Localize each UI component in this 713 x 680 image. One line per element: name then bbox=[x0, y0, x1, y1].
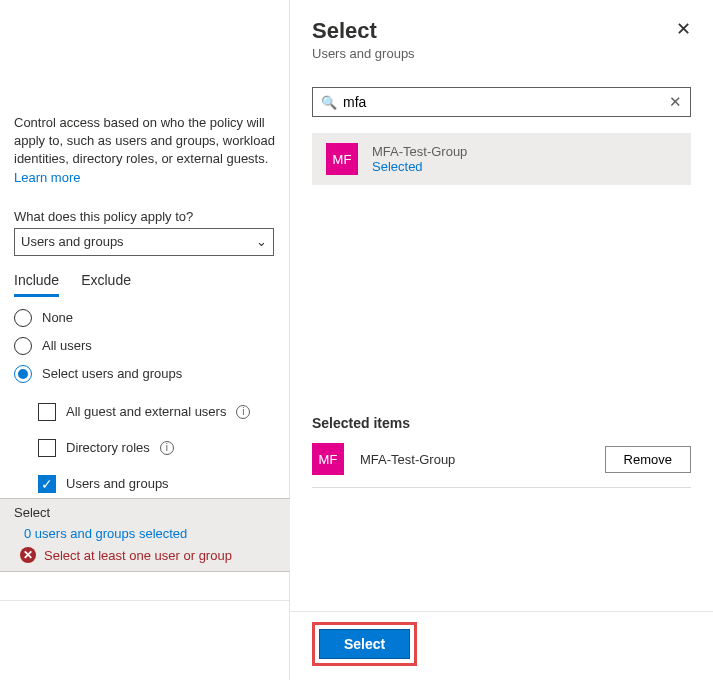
learn-more-link[interactable]: Learn more bbox=[14, 170, 80, 185]
selected-item-row: MF MFA-Test-Group Remove bbox=[312, 443, 691, 488]
panel-title: Select bbox=[312, 18, 415, 44]
remove-button[interactable]: Remove bbox=[605, 446, 691, 473]
panel-subtitle: Users and groups bbox=[312, 46, 415, 61]
select-panel: Select Users and groups ✕ 🔍 ✕ MF MFA-Tes… bbox=[290, 0, 713, 680]
selection-error: ✕ Select at least one user or group bbox=[20, 547, 276, 563]
search-input[interactable] bbox=[343, 94, 669, 110]
close-icon[interactable]: ✕ bbox=[676, 18, 691, 40]
radio-none[interactable]: None bbox=[14, 309, 275, 327]
selected-item-name: MFA-Test-Group bbox=[360, 452, 455, 467]
avatar: MF bbox=[326, 143, 358, 175]
selected-count-link[interactable]: 0 users and groups selected bbox=[24, 526, 276, 541]
intro-text: Control access based on who the policy w… bbox=[14, 114, 275, 187]
tab-include[interactable]: Include bbox=[14, 268, 59, 297]
radio-select-users-and-groups[interactable]: Select users and groups bbox=[14, 365, 275, 383]
panel-footer: Select bbox=[290, 611, 713, 680]
result-name: MFA-Test-Group bbox=[372, 144, 467, 159]
scope-question: What does this policy apply to? bbox=[14, 209, 275, 224]
selected-items-heading: Selected items bbox=[312, 415, 691, 431]
subselect-checks: ✓ All guest and external users i ✓ Direc… bbox=[14, 403, 275, 493]
radio-all-users[interactable]: All users bbox=[14, 337, 275, 355]
scope-dropdown-value: Users and groups bbox=[21, 234, 124, 249]
check-users-and-groups[interactable]: ✓ Users and groups bbox=[38, 475, 275, 493]
check-guest-external[interactable]: ✓ All guest and external users i bbox=[38, 403, 275, 421]
error-icon: ✕ bbox=[20, 547, 36, 563]
check-directory-roles[interactable]: ✓ Directory roles i bbox=[38, 439, 275, 457]
select-strip-title: Select bbox=[14, 505, 276, 520]
info-icon[interactable]: i bbox=[160, 441, 174, 455]
clear-search-icon[interactable]: ✕ bbox=[669, 93, 682, 111]
select-button[interactable]: Select bbox=[319, 629, 410, 659]
include-radio-group: None All users Select users and groups bbox=[14, 309, 275, 383]
chevron-down-icon: ⌄ bbox=[256, 234, 267, 249]
selected-items-section: Selected items MF MFA-Test-Group Remove bbox=[312, 415, 691, 488]
tab-exclude[interactable]: Exclude bbox=[81, 268, 131, 297]
include-exclude-tabs: Include Exclude bbox=[14, 268, 275, 297]
assignments-pane: Control access based on who the policy w… bbox=[0, 0, 290, 680]
search-input-wrap[interactable]: 🔍 ✕ bbox=[312, 87, 691, 117]
highlight-box: Select bbox=[312, 622, 417, 666]
search-icon: 🔍 bbox=[321, 95, 337, 110]
avatar: MF bbox=[312, 443, 344, 475]
select-summary-strip: Select 0 users and groups selected ✕ Sel… bbox=[0, 498, 290, 572]
info-icon[interactable]: i bbox=[236, 405, 250, 419]
result-status: Selected bbox=[372, 159, 467, 174]
scope-dropdown[interactable]: Users and groups ⌄ bbox=[14, 228, 274, 256]
search-result-row[interactable]: MF MFA-Test-Group Selected bbox=[312, 133, 691, 185]
